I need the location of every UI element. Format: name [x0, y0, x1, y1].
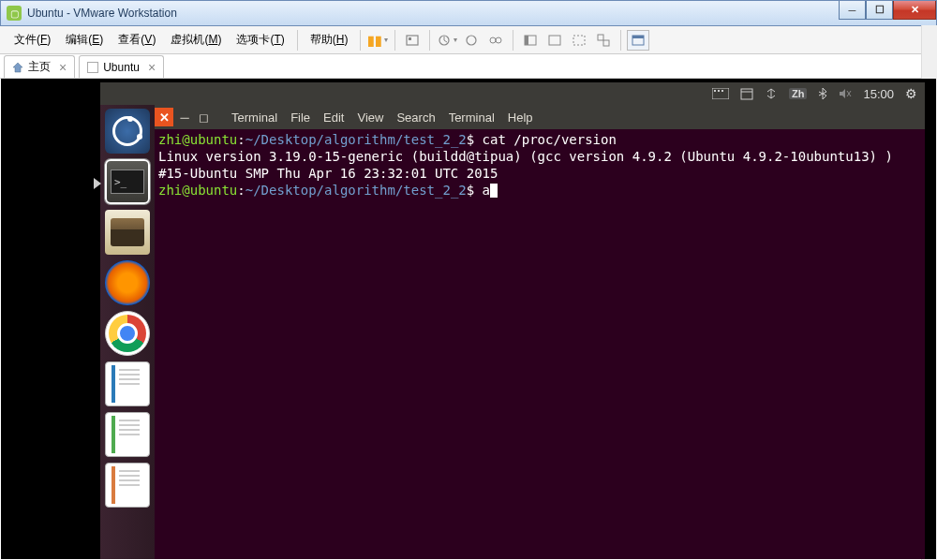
libreoffice-calc-icon[interactable] — [105, 412, 150, 457]
clock-indicator[interactable]: 15:00 — [863, 87, 894, 101]
separator — [297, 30, 298, 51]
unity-button[interactable] — [592, 30, 615, 51]
libreoffice-impress-icon[interactable] — [105, 463, 150, 508]
prompt-path: ~/Desktop/algorithm/test_2_2 — [245, 183, 467, 198]
vmware-tab-bar: 主页 × Ubuntu × — [0, 54, 937, 79]
separator — [360, 30, 361, 51]
thumbnail-bar-button[interactable] — [627, 30, 649, 51]
libreoffice-writer-icon[interactable] — [105, 361, 150, 406]
svg-rect-1 — [409, 37, 411, 40]
network-indicator-icon[interactable] — [765, 87, 778, 100]
terminal-menu-help[interactable]: Help — [508, 111, 533, 125]
separator — [513, 30, 513, 51]
home-icon — [12, 62, 23, 73]
svg-rect-9 — [573, 36, 585, 45]
tab-ubuntu[interactable]: Ubuntu × — [79, 55, 164, 78]
command-2: a — [483, 183, 490, 198]
tab-close-icon[interactable]: × — [59, 60, 67, 75]
separator — [429, 30, 430, 51]
tab-home-label: 主页 — [28, 59, 51, 75]
terminal-menubar: Terminal File Edit View Search Terminal … — [231, 111, 533, 125]
vmware-icon: ▢ — [7, 6, 22, 21]
cursor — [490, 184, 498, 198]
sound-indicator-icon[interactable] — [839, 88, 852, 99]
close-button[interactable]: ✕ — [893, 1, 936, 20]
output-text: Linux version 3.19.0-15-generic (buildd@… — [158, 149, 900, 181]
dash-icon[interactable] — [105, 109, 150, 154]
svg-rect-17 — [721, 90, 723, 92]
unity-launcher — [100, 105, 155, 559]
terminal-launcher-icon[interactable] — [105, 159, 150, 204]
fullscreen-button[interactable] — [568, 30, 590, 51]
session-indicator-icon[interactable]: ⚙ — [905, 86, 917, 101]
files-launcher-icon[interactable] — [105, 210, 150, 255]
firefox-launcher-icon[interactable] — [105, 260, 150, 305]
svg-rect-14 — [712, 88, 729, 99]
menu-help[interactable]: 帮助(H) — [304, 28, 355, 52]
layout-sidebar-button[interactable] — [519, 30, 542, 51]
keyboard-indicator-icon[interactable] — [712, 88, 729, 99]
separator — [394, 30, 395, 51]
terminal-menu-file[interactable]: File — [290, 111, 310, 125]
ime-indicator[interactable]: Zh — [789, 88, 807, 99]
bluetooth-indicator-icon[interactable] — [818, 87, 827, 100]
svg-rect-7 — [525, 36, 528, 45]
maximize-button[interactable]: ☐ — [866, 1, 893, 20]
layout-single-button[interactable] — [543, 30, 566, 51]
svg-rect-8 — [549, 36, 560, 45]
prompt-user: zhi@ubuntu — [158, 132, 237, 147]
window-title-text: Ubuntu - VMware Workstation — [27, 7, 177, 20]
terminal-window: ✕ ─ ◻ Terminal File Edit View Search Ter… — [155, 105, 925, 559]
terminal-titlebar[interactable]: ✕ ─ ◻ Terminal File Edit View Search Ter… — [155, 105, 925, 129]
svg-rect-15 — [714, 90, 716, 92]
tab-close-icon[interactable]: × — [148, 60, 156, 75]
tab-home[interactable]: 主页 × — [4, 55, 75, 78]
menu-vm[interactable]: 虚拟机(M) — [164, 28, 228, 52]
calendar-indicator-icon[interactable] — [740, 87, 753, 100]
svg-rect-10 — [598, 35, 603, 40]
vmware-menubar: 文件(F) 编辑(E) 查看(V) 虚拟机(M) 选项卡(T) 帮助(H) ▮▮ — [0, 26, 937, 54]
terminal-menu-search[interactable]: Search — [396, 111, 435, 125]
svg-rect-13 — [632, 36, 644, 38]
menu-file[interactable]: 文件(F) — [7, 28, 57, 52]
terminal-close-button[interactable]: ✕ — [155, 108, 173, 126]
command-1: cat /proc/version — [483, 132, 617, 147]
window-titlebar: ▢ Ubuntu - VMware Workstation ─ ☐ ✕ — [0, 0, 937, 26]
svg-rect-11 — [603, 40, 609, 46]
menu-edit[interactable]: 编辑(E) — [59, 28, 110, 52]
ubuntu-vm-icon — [87, 62, 98, 73]
ubuntu-top-panel: Zh 15:00 ⚙ — [100, 82, 925, 105]
svg-rect-0 — [407, 36, 418, 45]
prompt-user: zhi@ubuntu — [158, 183, 237, 198]
menu-tabs[interactable]: 选项卡(T) — [230, 28, 290, 52]
send-ctrlaltdel-button[interactable] — [401, 30, 424, 51]
svg-rect-18 — [741, 89, 752, 99]
prompt-path: ~/Desktop/algorithm/test_2_2 — [245, 132, 467, 147]
tab-ubuntu-label: Ubuntu — [103, 61, 140, 74]
svg-rect-16 — [718, 90, 720, 92]
snapshot-take-button[interactable] — [460, 30, 483, 51]
svg-point-3 — [467, 36, 476, 45]
separator — [620, 30, 621, 51]
terminal-menu-terminal[interactable]: Terminal — [231, 111, 277, 125]
terminal-menu-terminal2[interactable]: Terminal — [449, 111, 495, 125]
chromium-launcher-icon[interactable] — [105, 311, 150, 356]
minimize-button[interactable]: ─ — [839, 1, 866, 20]
svg-point-5 — [496, 37, 501, 43]
terminal-menu-view[interactable]: View — [357, 111, 383, 125]
snapshot-manage-button[interactable] — [484, 30, 507, 51]
terminal-body[interactable]: zhi@ubuntu:~/Desktop/algorithm/test_2_2$… — [155, 129, 925, 559]
terminal-minimize-button[interactable]: ─ — [175, 108, 194, 126]
terminal-menu-edit[interactable]: Edit — [323, 111, 344, 125]
guest-display: Zh 15:00 ⚙ ✕ ─ ◻ Terminal File Edit View — [1, 79, 936, 559]
snapshot-button[interactable] — [436, 30, 458, 51]
menu-view[interactable]: 查看(V) — [112, 28, 162, 52]
terminal-maximize-button[interactable]: ◻ — [194, 108, 213, 126]
svg-point-4 — [490, 37, 496, 43]
power-button[interactable]: ▮▮ — [366, 30, 389, 51]
